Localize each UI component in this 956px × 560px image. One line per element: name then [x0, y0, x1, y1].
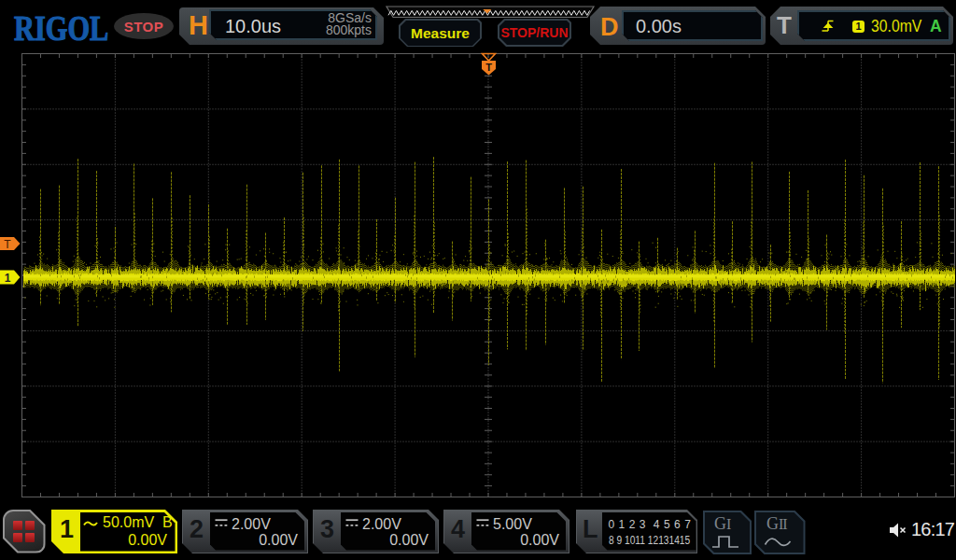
svg-text:1: 1: [5, 272, 11, 285]
svg-text:T: T: [485, 62, 492, 73]
svg-text:T: T: [4, 238, 11, 251]
